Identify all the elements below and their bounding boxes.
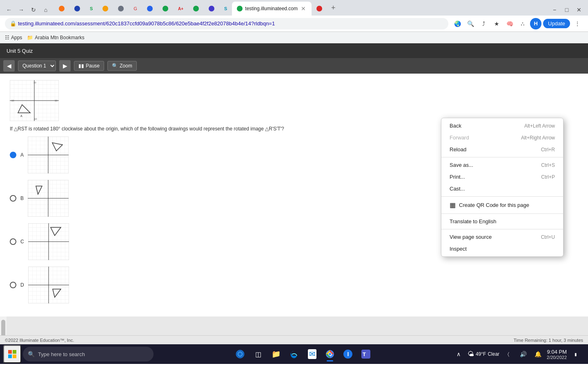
profile-icon[interactable]: H — [530, 18, 541, 29]
extension-icon[interactable]: 🧠 — [504, 18, 515, 29]
tab-2[interactable] — [69, 2, 85, 16]
menu-reload-label: Reload — [450, 146, 466, 153]
menu-cast-label: Cast... — [450, 186, 465, 192]
system-clock[interactable]: 9:04 PM 2/20/2022 — [547, 349, 567, 360]
menu-print-label: Print... — [450, 174, 465, 180]
apps-bookmark[interactable]: ☷ Apps — [5, 35, 22, 40]
menu-item-back[interactable]: Back Alt+Left Arrow — [441, 120, 563, 132]
menu-forward-label: Forward — [450, 135, 469, 141]
taskbar-app-mail[interactable]: ✉ — [304, 345, 320, 363]
menu-item-print[interactable]: Print... Ctrl+P — [441, 171, 563, 183]
taskbar-app-illuminate[interactable]: I — [340, 345, 356, 363]
svg-rect-32 — [8, 355, 12, 358]
radio-c[interactable] — [10, 238, 16, 245]
tab-1[interactable] — [54, 2, 69, 16]
tab-10-favicon — [193, 6, 199, 11]
browser-home-btn[interactable]: ⌂ — [40, 4, 51, 16]
browser-forward-btn[interactable]: → — [16, 4, 27, 16]
update-button[interactable]: Update — [543, 19, 570, 28]
menu-icon[interactable]: ⋮ — [572, 18, 583, 29]
share-icon[interactable]: ⤴ — [478, 18, 489, 29]
network-icon[interactable]: 〈 — [503, 348, 514, 360]
new-tab-button[interactable]: + — [328, 2, 339, 14]
show-desktop-btn[interactable]: ▮ — [570, 348, 581, 360]
tab-4-favicon — [102, 6, 108, 11]
pause-btn[interactable]: ▮▮ Pause — [74, 61, 104, 71]
taskbar-app-explorer[interactable]: 📁 — [268, 345, 284, 363]
start-button[interactable] — [3, 345, 21, 363]
option-c-label: C — [20, 239, 24, 245]
zoom-btn[interactable]: 🔍 Zoom — [107, 61, 137, 71]
tab-14[interactable] — [312, 2, 327, 16]
window-minimize-btn[interactable]: − — [549, 4, 560, 16]
folder-icon: 📁 — [27, 35, 33, 40]
taskbar-app-chrome[interactable] — [322, 345, 338, 363]
tab-list: S G A+ — [54, 2, 327, 16]
tab-14-favicon — [316, 6, 322, 11]
radio-a[interactable] — [10, 152, 16, 158]
window-close-btn[interactable]: ✕ — [573, 4, 585, 16]
menu-item-viewsource[interactable]: View page source Ctrl+U — [441, 231, 563, 243]
menu-saveas-label: Save as... — [450, 162, 473, 168]
menu-item-qrcode[interactable]: ▦ Create QR Code for this page — [441, 198, 563, 212]
menu-sep-4 — [441, 229, 563, 229]
menu-item-cast[interactable]: Cast... — [441, 183, 563, 195]
arabia-mtn-bookmark[interactable]: 📁 Arabia Mtn Bookmarks — [27, 35, 84, 40]
svg-text:A: A — [20, 114, 22, 117]
menu-item-reload[interactable]: Reload Ctrl+R — [441, 144, 563, 155]
apps-icon: ☷ — [5, 35, 9, 40]
taskbar-app-teams[interactable]: T — [358, 345, 374, 363]
location-icon[interactable]: 🌏 — [452, 18, 463, 29]
tab-7[interactable] — [142, 2, 158, 16]
menu-viewsource-label: View page source — [450, 234, 492, 240]
search-bar[interactable]: 🔍 Type here to search — [23, 347, 154, 361]
next-question-btn[interactable]: ▶ — [59, 60, 71, 72]
question-selector[interactable]: Question 1 — [18, 61, 56, 71]
radio-b[interactable] — [10, 195, 16, 202]
tab-11-favicon — [209, 6, 214, 11]
tab-11[interactable] — [204, 2, 219, 16]
menu-item-saveas[interactable]: Save as... Ctrl+S — [441, 159, 563, 171]
taskbar-app-search[interactable] — [232, 345, 248, 363]
tab-13-close[interactable]: ✕ — [300, 4, 307, 13]
bookmark-icon[interactable]: ★ — [491, 18, 502, 29]
url-input[interactable]: 🔒 testing.illuminateed.com/assessment/62… — [5, 18, 448, 29]
tab-1-favicon — [59, 6, 65, 11]
address-bar-icons: 🌏 🔍 ⤴ ★ 🧠 ⛬ H Update ⋮ — [452, 18, 583, 29]
taskbar-app-taskview[interactable]: ◫ — [250, 345, 266, 363]
tab-9[interactable]: A+ — [173, 2, 188, 16]
time-remaining: Time Remaining: 1 hour, 3 minutes — [514, 338, 583, 343]
qr-icon: ▦ — [450, 201, 456, 209]
browser-back-btn[interactable]: ← — [3, 4, 15, 16]
tab-12[interactable]: S — [219, 2, 232, 16]
clock-date: 2/20/2022 — [547, 355, 567, 360]
scrollbar-track[interactable] — [0, 316, 7, 335]
tab-4[interactable] — [98, 2, 113, 16]
tab-6[interactable]: G — [129, 2, 142, 16]
option-a-label: A — [20, 152, 24, 158]
tab-8[interactable] — [158, 2, 173, 16]
prev-question-btn[interactable]: ◀ — [3, 60, 15, 72]
time-remaining-label: Time Remaining: — [514, 338, 548, 343]
taskbar-app-edge[interactable] — [286, 345, 302, 363]
tab-5[interactable] — [113, 2, 129, 16]
window-maximize-btn[interactable]: □ — [561, 4, 572, 16]
volume-icon[interactable]: 🔊 — [517, 348, 529, 360]
tab-3-favicon: S — [90, 6, 93, 11]
scrollbar-thumb[interactable] — [1, 320, 5, 335]
menu-back-shortcut: Alt+Left Arrow — [524, 123, 555, 129]
notifications-icon[interactable]: 🔔 — [532, 348, 543, 360]
zoom-icon[interactable]: 🔍 — [465, 18, 476, 29]
browser-reload-btn[interactable]: ↻ — [28, 4, 39, 16]
illuminate-icon: I — [343, 350, 352, 359]
weather-widget: 🌤 49°F Clear — [468, 350, 499, 358]
show-hidden-icons-btn[interactable]: ∧ — [453, 348, 464, 360]
tab-10[interactable] — [188, 2, 204, 16]
tab-13-active[interactable]: testing.illuminateed.com ✕ — [232, 2, 312, 16]
menu-item-inspect[interactable]: Inspect — [441, 243, 563, 255]
radio-d[interactable] — [10, 282, 16, 288]
tab-3[interactable]: S — [85, 2, 98, 16]
menu-item-translate[interactable]: Translate to English — [441, 215, 563, 227]
graph-b — [28, 180, 69, 217]
extensions-btn[interactable]: ⛬ — [517, 18, 528, 29]
